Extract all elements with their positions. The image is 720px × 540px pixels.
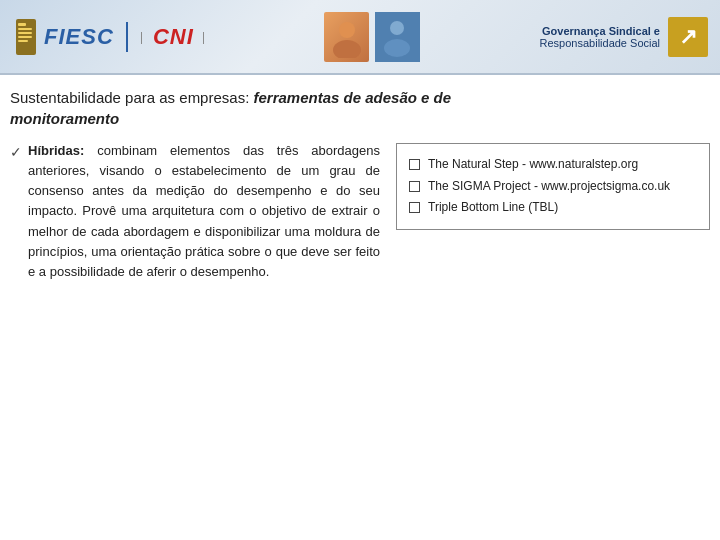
cni-prefix: |	[140, 30, 143, 44]
svg-rect-4	[18, 36, 32, 38]
bullet-item: ✓ Híbridas: combinam elementos das três …	[10, 141, 380, 282]
checkbox-icon-3	[409, 202, 420, 213]
list-item: The SIGMA Project - www.projectsigma.co.…	[409, 176, 697, 198]
header-photos	[324, 12, 420, 62]
checkbox-icon-2	[409, 181, 420, 192]
bullet-label: Híbridas:	[28, 143, 84, 158]
list-item-label-1: The Natural Step - www.naturalstep.org	[428, 154, 638, 176]
svg-point-10	[384, 39, 410, 57]
bullet-content: Híbridas: combinam elementos das três ab…	[28, 141, 380, 282]
title-part3: monitoramento	[10, 110, 119, 127]
photo-icon-2	[375, 12, 420, 62]
arrow-button[interactable]: ↗	[668, 17, 708, 57]
svg-point-9	[390, 21, 404, 35]
logo-separator	[126, 22, 128, 52]
list-item: Triple Bottom Line (TBL)	[409, 197, 697, 219]
list-item-label-2: The SIGMA Project - www.projectsigma.co.…	[428, 176, 670, 198]
svg-rect-3	[18, 32, 32, 34]
fiesc-label: FIESC	[44, 24, 114, 50]
cni-suffix: |	[202, 30, 205, 44]
svg-point-6	[339, 22, 355, 38]
photo-1	[324, 12, 369, 62]
right-column: The Natural Step - www.naturalstep.org T…	[396, 143, 710, 282]
svg-rect-5	[18, 40, 28, 42]
content-area: ✓ Híbridas: combinam elementos das três …	[0, 137, 720, 292]
main-title: Sustentabilidade para as empresas: ferra…	[10, 87, 710, 129]
gov-line2: Responsabilidade Social	[540, 37, 660, 49]
svg-rect-1	[18, 23, 26, 26]
gov-text: Governança Sindical e Responsabilidade S…	[540, 25, 660, 49]
arrow-icon: ↗	[679, 24, 697, 50]
title-part1: Sustentabilidade para as empresas:	[10, 89, 249, 106]
gov-line1: Governança Sindical e	[540, 25, 660, 37]
cni-label: CNI	[153, 24, 194, 50]
list-item: The Natural Step - www.naturalstep.org	[409, 154, 697, 176]
header: FIESC | CNI | Governança Sindical e Resp…	[0, 0, 720, 75]
title-italic: ferramentas de adesão e de	[253, 89, 451, 106]
list-item-label-3: Triple Bottom Line (TBL)	[428, 197, 558, 219]
svg-point-7	[333, 40, 361, 58]
svg-rect-2	[18, 28, 32, 30]
bullet-text: combinam elementos das três abordagens a…	[28, 143, 380, 279]
checkmark-icon: ✓	[10, 142, 22, 164]
fiesc-emblem-icon	[12, 19, 40, 55]
info-box: The Natural Step - www.naturalstep.org T…	[396, 143, 710, 230]
photo-icon-1	[329, 16, 365, 58]
checkbox-icon-1	[409, 159, 420, 170]
logo-area: FIESC | CNI |	[12, 19, 205, 55]
photo-2	[375, 12, 420, 62]
title-area: Sustentabilidade para as empresas: ferra…	[0, 75, 720, 137]
left-column: ✓ Híbridas: combinam elementos das três …	[10, 141, 380, 282]
header-right: Governança Sindical e Responsabilidade S…	[540, 17, 708, 57]
